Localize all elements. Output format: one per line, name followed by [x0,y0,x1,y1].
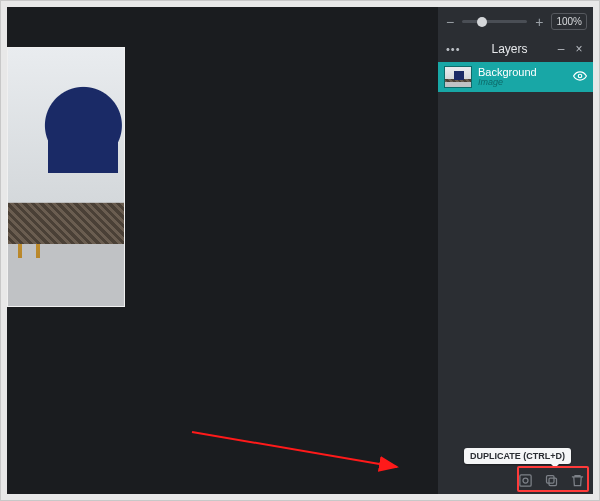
svg-point-3 [523,478,528,483]
svg-point-1 [578,74,582,78]
layer-thumbnail [444,66,472,88]
panel-menu-button[interactable]: ••• [446,43,464,55]
add-mask-icon[interactable] [517,472,533,488]
panel-close-button[interactable]: × [573,43,585,55]
duplicate-icon[interactable] [543,472,559,488]
zoom-slider-thumb[interactable] [477,17,487,27]
zoom-value[interactable]: 100% [551,13,587,30]
visibility-toggle-icon[interactable] [573,69,587,86]
layers-sidebar: − + 100% ••• Layers – × Background Image [438,7,593,494]
delete-icon[interactable] [569,472,585,488]
svg-rect-4 [549,478,557,486]
canvas-area[interactable] [7,7,438,494]
layers-list-empty-area[interactable] [438,96,593,466]
layers-panel-header: ••• Layers – × [438,36,593,62]
svg-rect-5 [546,475,554,483]
layer-type: Image [478,78,567,88]
zoom-controls: − + 100% [438,7,593,36]
zoom-slider[interactable] [462,20,527,23]
svg-rect-2 [519,474,530,485]
panel-title: Layers [470,42,549,56]
zoom-in-button[interactable]: + [533,16,545,28]
svg-line-0 [192,432,397,467]
layer-actions-bar: DUPLICATE (CTRL+D) [438,466,593,494]
canvas-image[interactable] [7,47,125,307]
layer-text: Background Image [478,66,567,88]
layer-row[interactable]: Background Image [438,62,593,92]
zoom-out-button[interactable]: − [444,16,456,28]
app-window: − + 100% ••• Layers – × Background Image [7,7,593,494]
duplicate-tooltip: DUPLICATE (CTRL+D) [464,448,571,464]
panel-minimize-button[interactable]: – [555,43,567,55]
